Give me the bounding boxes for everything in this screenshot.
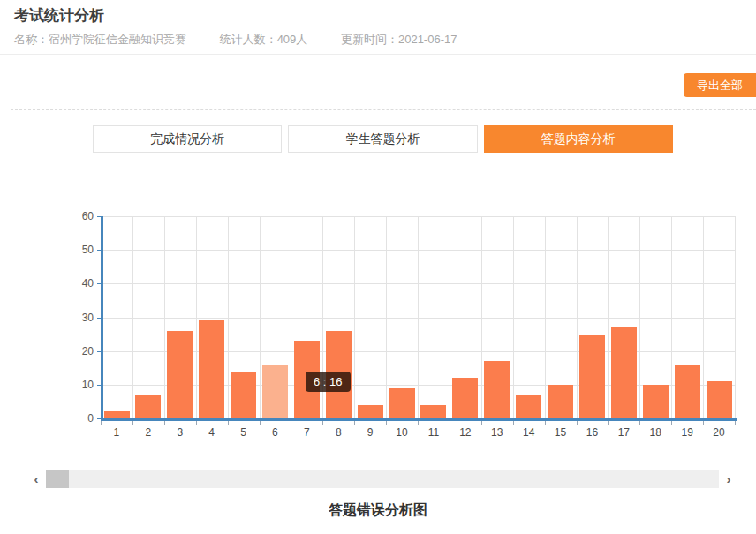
grid-line-vertical <box>132 216 133 418</box>
scroll-right-button[interactable]: › <box>719 470 738 488</box>
grid-line-vertical <box>164 216 165 418</box>
x-axis-tick <box>322 421 323 425</box>
bar-question-12[interactable] <box>452 378 478 418</box>
bar-question-11[interactable] <box>420 405 446 418</box>
x-axis-tick <box>354 421 355 425</box>
x-axis-label: 19 <box>671 426 703 439</box>
bar-question-20[interactable] <box>707 381 732 418</box>
grid-line-vertical <box>481 216 482 418</box>
x-axis-tick <box>132 421 133 425</box>
bar-question-1[interactable] <box>104 411 130 418</box>
bar-question-5[interactable] <box>231 372 256 418</box>
scrollbar-thumb[interactable] <box>46 470 69 488</box>
y-axis-label: 0 <box>58 412 94 425</box>
bar-question-16[interactable] <box>579 335 605 418</box>
y-axis-label: 20 <box>58 345 94 357</box>
error-analysis-bar-chart: 0102030405060123456789101112131415161718… <box>0 0 756 534</box>
x-axis-tick <box>735 421 736 425</box>
x-axis-tick <box>671 421 672 425</box>
scrollbar-track[interactable] <box>46 470 719 488</box>
x-axis-tick <box>545 421 546 425</box>
grid-line-vertical <box>354 216 355 418</box>
x-axis-tick <box>101 421 102 425</box>
bar-question-2[interactable] <box>135 395 161 418</box>
bar-question-3[interactable] <box>167 331 193 418</box>
y-axis-line <box>101 216 103 421</box>
x-axis-tick <box>291 421 291 425</box>
grid-line-vertical <box>386 216 387 418</box>
x-axis-label: 18 <box>639 426 671 439</box>
grid-line-vertical <box>671 216 672 418</box>
grid-line-vertical <box>291 216 291 418</box>
x-axis-label: 17 <box>608 426 639 439</box>
grid-line-vertical <box>545 216 546 418</box>
grid-line-vertical <box>577 216 578 418</box>
chart-scrollbar: ‹ › <box>26 470 738 488</box>
x-axis-label: 10 <box>386 426 418 439</box>
grid-line-vertical <box>703 216 704 418</box>
x-axis-tick <box>481 421 482 425</box>
bar-question-15[interactable] <box>548 385 573 418</box>
bar-question-9[interactable] <box>358 405 383 418</box>
x-axis-label: 4 <box>196 426 228 439</box>
x-axis-label: 13 <box>481 426 513 439</box>
bar-question-10[interactable] <box>389 388 415 418</box>
grid-line-vertical <box>196 216 197 418</box>
x-axis-label: 14 <box>513 426 545 439</box>
x-axis-label: 6 <box>260 426 291 439</box>
x-axis-label: 12 <box>450 426 481 439</box>
x-axis-line <box>101 418 737 421</box>
chart-tooltip: 6 : 16 <box>306 372 351 392</box>
x-axis-tick <box>164 421 165 425</box>
x-axis-tick <box>260 421 261 425</box>
grid-line-vertical <box>418 216 419 418</box>
x-axis-label: 16 <box>577 426 609 439</box>
x-axis-tick <box>513 421 514 425</box>
page: 考试统计分析 名称：宿州学院征信金融知识竞赛 统计人数：409人 更新时间：20… <box>0 0 756 534</box>
x-axis-label: 5 <box>228 426 260 439</box>
x-axis-tick <box>418 421 419 425</box>
bar-question-18[interactable] <box>643 385 669 418</box>
y-axis-label: 50 <box>58 244 94 256</box>
x-axis-label: 11 <box>418 426 450 439</box>
x-axis-label: 9 <box>354 426 386 439</box>
x-axis-tick <box>450 421 450 425</box>
x-axis-label: 7 <box>291 426 322 439</box>
x-axis-tick <box>608 421 609 425</box>
grid-line-vertical <box>735 216 736 418</box>
y-axis-label: 10 <box>58 379 94 391</box>
grid-line-vertical <box>228 216 229 418</box>
y-axis-label: 60 <box>58 210 94 222</box>
grid-line-vertical <box>260 216 261 418</box>
bar-question-6[interactable] <box>262 365 288 418</box>
bar-question-13[interactable] <box>484 361 510 418</box>
x-axis-label: 20 <box>703 426 735 439</box>
chart-caption: 答题错误分析图 <box>0 501 756 520</box>
x-axis-label: 1 <box>101 426 132 439</box>
bar-question-14[interactable] <box>516 395 541 418</box>
x-axis-label: 15 <box>545 426 577 439</box>
grid-line-vertical <box>608 216 609 418</box>
x-axis-label: 2 <box>132 426 164 439</box>
y-axis-label: 40 <box>58 277 94 290</box>
grid-line-vertical <box>639 216 640 418</box>
grid-line-vertical <box>450 216 450 418</box>
x-axis-label: 3 <box>164 426 196 439</box>
x-axis-label: 8 <box>322 426 354 439</box>
x-axis-tick <box>228 421 229 425</box>
x-axis-tick <box>577 421 578 425</box>
x-axis-tick <box>639 421 640 425</box>
y-axis-label: 30 <box>58 312 94 324</box>
x-axis-tick <box>196 421 197 425</box>
bar-question-19[interactable] <box>675 365 700 418</box>
x-axis-tick <box>386 421 387 425</box>
scroll-left-button[interactable]: ‹ <box>26 470 46 488</box>
bar-question-17[interactable] <box>611 327 637 418</box>
grid-line-vertical <box>513 216 514 418</box>
x-axis-tick <box>703 421 704 425</box>
bar-question-4[interactable] <box>199 320 224 418</box>
